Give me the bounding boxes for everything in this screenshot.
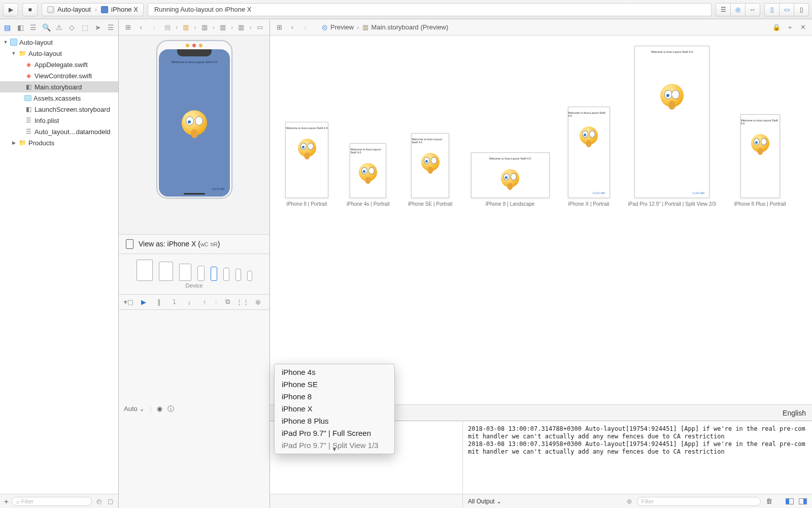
device-iphone-se[interactable] — [235, 269, 241, 281]
popup-item[interactable]: iPhone 8 Plus — [275, 415, 394, 427]
report-navigator-tab[interactable]: ☰ — [106, 21, 116, 34]
click-me-button[interactable]: CLICK ME! — [212, 187, 224, 190]
console-output[interactable]: 2018-03-08 13:00:07.314788+0300 Auto-lay… — [463, 421, 812, 494]
crumb-view-icon[interactable]: ▥ — [236, 22, 246, 33]
related-items-icon[interactable]: ⊞ — [123, 22, 133, 33]
source-control-tab[interactable]: ◧ — [15, 21, 25, 34]
preview-card[interactable]: Welcome to Auto-Layout Swift 4.0CLICK ME… — [568, 107, 610, 207]
tree-file[interactable]: ◧ LaunchScreen.storyboard — [0, 104, 118, 115]
lock-icon[interactable]: 🔒 — [771, 22, 782, 33]
language-selector[interactable]: English — [783, 409, 806, 417]
forward-button[interactable]: › — [300, 22, 311, 33]
tree-file[interactable]: ◈ ViewController.swift — [0, 70, 118, 81]
image-view[interactable] — [182, 110, 207, 136]
back-button[interactable]: ‹ — [287, 22, 297, 33]
preview-card[interactable]: Welcome to Auto-Layout Swift 4.0iPhone S… — [408, 133, 453, 207]
preview-card[interactable]: Welcome to Auto-Layout Swift 4.0iPhone 8… — [471, 152, 550, 207]
symbol-navigator-tab[interactable]: ☰ — [28, 21, 39, 34]
view-as-bar[interactable]: View as: iPhone X (wC hR) — [119, 234, 269, 253]
breakpoint-toggle-icon[interactable]: ▶ — [139, 298, 148, 306]
output-scope-selector[interactable]: All Output ⌄ — [468, 498, 501, 505]
forward-button[interactable]: › — [149, 22, 159, 33]
crumb-file-icon[interactable]: ▥ — [199, 22, 210, 33]
device-iphone-4s[interactable] — [247, 271, 252, 281]
crumb-project-icon[interactable]: ▤ — [162, 22, 173, 33]
disclosure-triangle-icon[interactable]: ▼ — [11, 51, 16, 56]
related-items-icon[interactable]: ⊞ — [274, 22, 284, 33]
preview-card[interactable]: Welcome to Auto-Layout Swift 4.0CLICK ME… — [628, 46, 716, 207]
preview-device[interactable]: Welcome to Auto-Layout Swift 4.0 — [350, 143, 386, 198]
tree-file[interactable]: Assets.xcassets — [0, 92, 118, 104]
crumb-scene-icon[interactable]: ▥ — [218, 22, 228, 33]
toggle-navigator-button[interactable]: ▯ — [764, 3, 780, 16]
align-icon[interactable]: ⋮⋮ — [238, 298, 247, 306]
storyboard-scene[interactable]: Welcome to Auto-Layout Swift 4.0 CLICK M… — [156, 40, 232, 199]
breakpoint-navigator-tab[interactable]: ➤ — [92, 21, 103, 34]
pin-icon[interactable]: ⊕ — [253, 298, 262, 306]
popup-item[interactable]: iPhone SE — [275, 378, 394, 391]
find-navigator-tab[interactable]: 🔍 — [41, 21, 51, 34]
test-navigator-tab[interactable]: ◇ — [66, 21, 77, 34]
disclosure-triangle-icon[interactable]: ▶ — [11, 140, 16, 145]
version-editor-button[interactable]: ↔ — [745, 3, 760, 16]
scm-filter-icon[interactable]: ▢ — [106, 497, 114, 505]
run-button[interactable]: ▶ — [3, 3, 18, 16]
debug-navigator-tab[interactable]: ⬚ — [80, 21, 90, 34]
scheme-device[interactable]: iPhone X — [101, 6, 138, 13]
device-ipad-medium[interactable] — [159, 262, 173, 281]
welcome-label[interactable]: Welcome to Auto-Layout Swift 4.0 — [159, 60, 230, 64]
show-variables-icon[interactable] — [786, 498, 794, 504]
tree-project[interactable]: ▼ Auto-layout — [0, 37, 118, 48]
info-icon[interactable]: ⓘ — [167, 404, 174, 414]
scheme-target[interactable]: Auto-layout — [47, 6, 91, 13]
back-button[interactable]: ‹ — [136, 22, 146, 33]
preview-device[interactable]: Welcome to Auto-Layout Swift 4.0CLICK ME… — [568, 107, 610, 198]
ib-canvas[interactable]: Welcome to Auto-Layout Swift 4.0 CLICK M… — [119, 36, 269, 234]
root-view[interactable]: Welcome to Auto-Layout Swift 4.0 CLICK M… — [159, 49, 230, 197]
close-assistant-button[interactable]: ✕ — [798, 22, 808, 33]
issue-navigator-tab[interactable]: ⚠ — [54, 21, 64, 34]
preview-device[interactable]: Welcome to Auto-Layout Swift 4.0 — [740, 114, 780, 198]
popup-item[interactable]: iPhone 4s — [275, 366, 394, 378]
step-out-icon[interactable]: ↑ — [200, 298, 209, 306]
recent-filter-icon[interactable]: ◴ — [95, 497, 103, 505]
crumb-subview-icon[interactable]: ▭ — [255, 22, 265, 33]
menu-scroll-down-icon[interactable]: ▼ — [332, 447, 337, 452]
standard-editor-button[interactable]: ☰ — [716, 3, 731, 16]
crumb-folder-icon[interactable]: ▥ — [181, 22, 191, 33]
step-over-icon[interactable]: ⤵ — [170, 298, 179, 306]
crumb-preview[interactable]: ◎ Preview — [322, 23, 354, 31]
scheme-selector[interactable]: Auto-layout › iPhone X — [42, 3, 144, 16]
pause-icon[interactable]: ‖ — [154, 298, 163, 306]
preview-card[interactable]: Welcome to Auto-Layout Swift 4.0iPhone 8… — [734, 114, 786, 207]
preview-canvas[interactable]: Welcome to Auto-Layout Swift 4.0iPhone 8… — [270, 36, 812, 404]
toggle-utilities-button[interactable]: ▯ — [794, 3, 809, 16]
disclosure-triangle-icon[interactable]: ▼ — [3, 40, 8, 45]
preview-eye-icon[interactable]: ◉ — [157, 405, 162, 412]
tree-group-products[interactable]: ▶ 📁 Products — [0, 137, 118, 148]
embed-icon[interactable]: ⧉ — [223, 298, 232, 306]
stop-button[interactable]: ■ — [22, 3, 38, 16]
show-console-icon[interactable] — [799, 498, 807, 504]
add-button[interactable]: + — [4, 497, 9, 505]
tree-file[interactable]: ☰ Info.plist — [0, 115, 118, 126]
outline-toggle-icon[interactable]: ▾▢ — [124, 298, 133, 306]
navigator-filter-input[interactable]: ⌕ Filter — [12, 497, 92, 506]
device-iphone-plus[interactable] — [197, 266, 205, 281]
toggle-debug-button[interactable]: ▭ — [779, 3, 794, 16]
preview-device[interactable]: Welcome to Auto-Layout Swift 4.0 — [285, 122, 328, 198]
popup-item[interactable]: iPhone X — [275, 403, 394, 415]
preview-card[interactable]: Welcome to Auto-Layout Swift 4.0iPhone 8… — [285, 122, 328, 207]
zoom-auto-label[interactable]: Auto ⌄ — [124, 405, 145, 412]
preview-device[interactable]: Welcome to Auto-Layout Swift 4.0CLICK ME… — [634, 46, 709, 198]
tree-file[interactable]: ◈ AppDelegate.swift — [0, 59, 118, 70]
preview-device[interactable]: Welcome to Auto-Layout Swift 4.0 — [411, 133, 449, 198]
preview-card[interactable]: Welcome to Auto-Layout Swift 4.0iPhone 4… — [347, 143, 390, 207]
device-ipad-small[interactable] — [179, 264, 191, 281]
console-filter-input[interactable]: Filter — [637, 497, 761, 506]
crumb-file[interactable]: ▥ Main.storyboard (Preview) — [362, 23, 449, 31]
device-iphone-8[interactable] — [223, 268, 229, 281]
popup-item[interactable]: iPhone 8 — [275, 391, 394, 403]
tree-file-selected[interactable]: ◧ Main.storyboard — [0, 81, 118, 92]
add-assistant-button[interactable]: ＋ — [785, 22, 795, 33]
